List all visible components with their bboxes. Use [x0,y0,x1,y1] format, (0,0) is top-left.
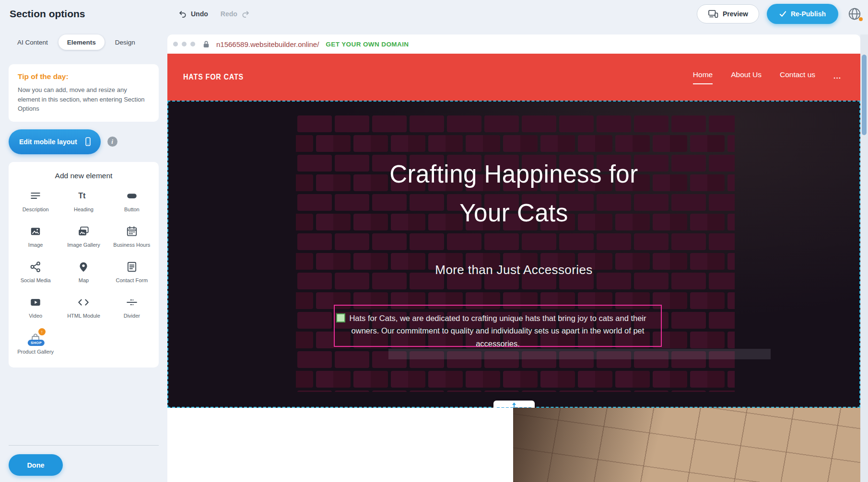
window-control-dots [173,42,195,46]
hero-heading[interactable]: Crafting Happiness for Your Cats [365,155,663,232]
site-logo[interactable]: HATS FOR CATS [183,72,244,82]
site-header[interactable]: HATS FOR CATS Home About Us Contact us .… [167,54,860,101]
element-video[interactable]: Video [13,296,58,319]
undo-icon [178,10,188,19]
info-icon[interactable]: i [107,137,117,147]
nav-about-us[interactable]: About Us [731,70,762,84]
tab-ai-content[interactable]: AI Content [9,34,57,50]
svg-text:Tt: Tt [79,191,86,200]
video-icon [29,296,42,309]
hero-paragraph[interactable]: Hats for Cats, we are dedicated to craft… [335,306,661,356]
map-icon [77,261,90,273]
add-element-title: Add new element [12,172,156,180]
redo-button[interactable]: Redo [221,10,250,19]
tip-body: Now you can add, move and resize any ele… [18,85,150,114]
hero-subheading[interactable]: More than Just Accessories [168,263,859,277]
tip-title: Tip of the day: [18,72,150,81]
preview-button[interactable]: Preview [697,4,759,23]
preview-label: Preview [723,10,748,18]
image-gallery-icon [77,225,90,238]
browser-chrome-bar: n1566589.websitebuilder.online/ GET YOUR… [167,34,860,54]
check-icon [779,11,786,17]
element-business-hours[interactable]: Business Hours [110,225,154,248]
preview-area: n1566589.websitebuilder.online/ GET YOUR… [167,28,868,482]
undo-label: Undo [191,10,208,18]
upgrade-badge-icon: ↑ [38,328,46,335]
tab-design[interactable]: Design [106,34,144,50]
topbar: Section options Undo Redo [0,0,868,28]
republish-button[interactable]: Re-Publish [767,4,838,24]
window-dot [182,42,187,46]
element-social-media[interactable]: Social Media [13,261,58,284]
element-heading[interactable]: Tt Heading [61,190,106,213]
republish-label: Re-Publish [791,10,826,18]
html-module-icon [77,296,90,309]
shop-pill-badge: SHOP [28,340,45,346]
site-nav: Home About Us Contact us ... [693,70,860,84]
tip-of-the-day-card: Tip of the day: Now you can add, move an… [9,64,159,122]
element-product-gallery[interactable]: SHOP ↑ Product Gallery [13,332,58,355]
window-dot [190,42,195,46]
sidebar: AI Content Elements Design Tip of the da… [0,28,167,482]
element-button[interactable]: Button [110,190,154,213]
element-html-module[interactable]: HTML Module [61,296,106,319]
element-image[interactable]: Image [13,225,58,248]
element-map[interactable]: Map [61,261,106,284]
undo-redo-group: Undo Redo [178,10,250,19]
undo-button[interactable]: Undo [178,10,208,19]
resize-handle-left[interactable] [336,313,345,322]
language-globe-button[interactable] [846,5,863,23]
description-icon [29,190,42,202]
add-new-element-card: Add new element Description Tt Heading B… [9,162,159,367]
image-icon [29,225,42,238]
social-media-icon [29,261,42,273]
button-icon [126,190,138,202]
element-divider[interactable]: Divider [110,296,154,319]
edit-mobile-layout-button[interactable]: Edit mobile layout [9,129,101,154]
lock-icon [203,40,210,48]
element-image-gallery[interactable]: Image Gallery [61,225,106,248]
tiled-floor-photo [513,408,860,482]
sidebar-tabs: AI Content Elements Design [0,28,167,50]
element-grid: Description Tt Heading Button Image [12,190,156,355]
preview-scrollbar[interactable] [860,34,868,482]
next-section[interactable] [167,408,860,482]
get-domain-link[interactable]: GET YOUR OWN DOMAIN [326,41,409,48]
business-hours-icon [126,225,138,238]
scrollbar-thumb[interactable] [862,55,867,135]
mobile-layout-row: Edit mobile layout i [9,129,159,154]
site-url[interactable]: n1566589.websitebuilder.online/ [216,40,319,48]
heading-icon: Tt [77,190,90,202]
nav-contact-us[interactable]: Contact us [780,70,815,84]
tab-elements[interactable]: Elements [59,34,105,50]
done-button[interactable]: Done [9,454,63,476]
window-dot [173,42,178,46]
contact-form-icon [126,261,138,273]
page-title: Section options [10,8,85,20]
hero-section-selected[interactable]: Crafting Happiness for Your Cats More th… [167,101,860,408]
paragraph-element-selected[interactable]: Hats for Cats, we are dedicated to craft… [334,305,662,347]
notification-dot [859,17,863,21]
phone-icon [83,137,93,147]
site-canvas: HATS FOR CATS Home About Us Contact us .… [167,54,860,482]
sidebar-divider [9,445,159,446]
nav-home[interactable]: Home [693,70,713,84]
element-contact-form[interactable]: Contact Form [110,261,154,284]
divider-icon [126,296,138,309]
element-description[interactable]: Description [13,190,58,213]
redo-icon [241,10,250,19]
redo-label: Redo [221,10,237,18]
topbar-actions: Preview Re-Publish [697,4,863,24]
edit-mobile-label: Edit mobile layout [19,138,77,146]
devices-icon [708,10,718,18]
nav-more-menu[interactable]: ... [833,72,841,82]
